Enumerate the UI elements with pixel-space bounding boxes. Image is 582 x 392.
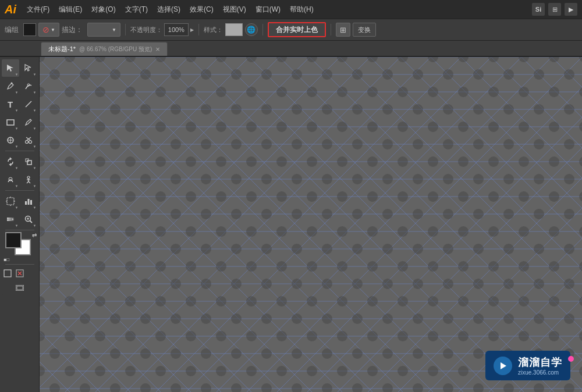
watermark-sub-text: zixue.3066.com	[518, 369, 562, 376]
sep4	[331, 24, 331, 35]
chevron-down-icon: ▼	[51, 27, 55, 33]
sep1	[125, 24, 126, 35]
watermark-text: 溜溜自学 zixue.3066.com	[518, 355, 562, 376]
svg-rect-24	[25, 201, 27, 205]
stroke-none-btn[interactable]: ⊘ ▼	[38, 23, 59, 37]
svg-line-31	[30, 221, 32, 223]
pink-dot-indicator	[568, 356, 574, 362]
gradient-tool[interactable]: ▼	[2, 211, 19, 228]
svg-rect-39	[17, 286, 23, 290]
direct-select-tool[interactable]: ▼	[20, 59, 37, 77]
tool-divider-2	[5, 190, 34, 191]
tab-close-icon[interactable]: ×	[155, 45, 160, 54]
menu-select[interactable]: 选择(S)	[152, 0, 185, 19]
toolbar: 编组 ⊘ ▼ 描边： ▼ 不透明度： ▶ 样式： 🌐 合并实时上色 ⊞ 变换	[0, 19, 582, 41]
globe-icon[interactable]: 🌐	[245, 23, 258, 36]
tool-divider-1	[5, 151, 34, 151]
stroke-select[interactable]: ▼	[87, 23, 120, 37]
art-canvas[interactable]	[40, 57, 582, 392]
svg-line-2	[26, 101, 31, 107]
opacity-input[interactable]	[164, 23, 189, 36]
opacity-arrow-icon[interactable]: ▶	[190, 27, 194, 33]
pencil-tool[interactable]: ▼	[20, 113, 37, 131]
app-logo: Ai	[5, 3, 16, 16]
select-tool[interactable]: ▼	[2, 59, 19, 77]
toolbar-group-label: 编组	[5, 25, 19, 35]
svg-point-7	[25, 141, 28, 144]
style-label: 样式：	[204, 26, 223, 34]
opacity-group: 不透明度： ▶	[130, 23, 194, 36]
opacity-label: 不透明度：	[130, 26, 162, 34]
menu-object[interactable]: 对象(O)	[87, 0, 120, 19]
watermark-logo	[494, 357, 512, 375]
menu-text[interactable]: 文字(T)	[120, 0, 152, 19]
title-icon-arrow[interactable]: ▶	[565, 3, 577, 16]
type-tool[interactable]: T ▼	[2, 95, 19, 113]
svg-point-14	[27, 176, 30, 179]
zoom-tool[interactable]: ▼	[20, 211, 37, 228]
paint-tool[interactable]: ▼	[2, 131, 19, 149]
rect-tool[interactable]: ▼	[2, 113, 19, 131]
swap-colors-icon[interactable]: ⇄	[32, 232, 37, 238]
warp-tool[interactable]: ▼	[2, 171, 19, 188]
svg-point-0	[10, 83, 12, 84]
svg-rect-25	[27, 199, 29, 205]
stroke-chevron-icon: ▼	[112, 27, 116, 33]
align-btn[interactable]: ⊞	[336, 23, 350, 37]
tabbar: 未标题-1* @ 66.67% (RGB/GPU 预览) ×	[0, 41, 582, 57]
menu-effect[interactable]: 效果(C)	[185, 0, 218, 19]
scale-tool[interactable]: ▼	[20, 153, 37, 170]
scissors-tool[interactable]: ▼	[20, 131, 37, 149]
artboard-tool[interactable]: ▼	[2, 193, 19, 210]
transform-button[interactable]: 变换	[353, 23, 376, 37]
svg-rect-3	[7, 120, 14, 125]
svg-point-13	[9, 177, 12, 181]
tab-title: 未标题-1*	[48, 45, 76, 54]
svg-rect-19	[7, 198, 14, 205]
style-swatch[interactable]	[225, 23, 243, 36]
merge-live-paint-button[interactable]: 合并实时上色	[268, 22, 326, 37]
watermark-overlay: 溜溜自学 zixue.3066.com	[485, 351, 570, 380]
document-tab[interactable]: 未标题-1* @ 66.67% (RGB/GPU 预览) ×	[41, 42, 168, 56]
fg-color-swatch[interactable]	[5, 232, 22, 248]
fill-swatch[interactable]	[23, 23, 36, 36]
tool-divider-3	[5, 230, 34, 230]
title-icon-grid[interactable]: ⊞	[548, 3, 561, 16]
puppet-tool[interactable]: ▼	[20, 171, 37, 188]
stroke-label: 描边：	[62, 25, 83, 35]
canvas-area[interactable]: 溜溜自学 zixue.3066.com	[40, 57, 582, 392]
svg-marker-40	[501, 362, 506, 369]
svg-rect-34	[4, 270, 11, 277]
svg-rect-11	[27, 161, 31, 165]
screen-mode-btn[interactable]	[2, 281, 38, 295]
left-toolbar: ▼ ▼ ▼ ▼ T ▼ ▼	[0, 57, 40, 392]
line-tool[interactable]: ▼	[20, 95, 37, 113]
reset-colors-icon[interactable]: ■□	[4, 257, 10, 262]
menu-window[interactable]: 窗口(W)	[251, 0, 285, 19]
svg-line-18	[29, 181, 30, 183]
pen-tool[interactable]: ▼	[2, 77, 19, 95]
chart-tool[interactable]: ▼	[20, 193, 37, 210]
menu-file[interactable]: 文件(F)	[22, 0, 54, 19]
menu-edit[interactable]: 编辑(E)	[54, 0, 87, 19]
mask-mode-btn[interactable]	[14, 268, 26, 279]
tab-info: @ 66.67% (RGB/GPU 预览)	[79, 45, 152, 54]
rotate-tool[interactable]: ▼	[2, 153, 19, 170]
color-swatches: ⇄ ■□	[2, 232, 38, 262]
tool-divider-4	[5, 264, 34, 265]
sep3	[262, 24, 263, 35]
titlebar: Ai 文件(F) 编辑(E) 对象(O) 文字(T) 选择(S) 效果(C) 视…	[0, 0, 582, 19]
svg-rect-26	[30, 200, 32, 205]
curvature-tool[interactable]: ▼	[20, 77, 37, 95]
menu-help[interactable]: 帮助(H)	[285, 0, 318, 19]
main-area: ▼ ▼ ▼ ▼ T ▼ ▼	[0, 57, 582, 392]
normal-mode-btn[interactable]	[2, 268, 13, 279]
sep2	[198, 24, 199, 35]
title-icon-si[interactable]: Si	[532, 3, 545, 16]
menu-view[interactable]: 视图(V)	[218, 0, 251, 19]
svg-point-8	[29, 141, 31, 144]
watermark-main-text: 溜溜自学	[518, 355, 562, 369]
svg-line-17	[27, 181, 29, 183]
